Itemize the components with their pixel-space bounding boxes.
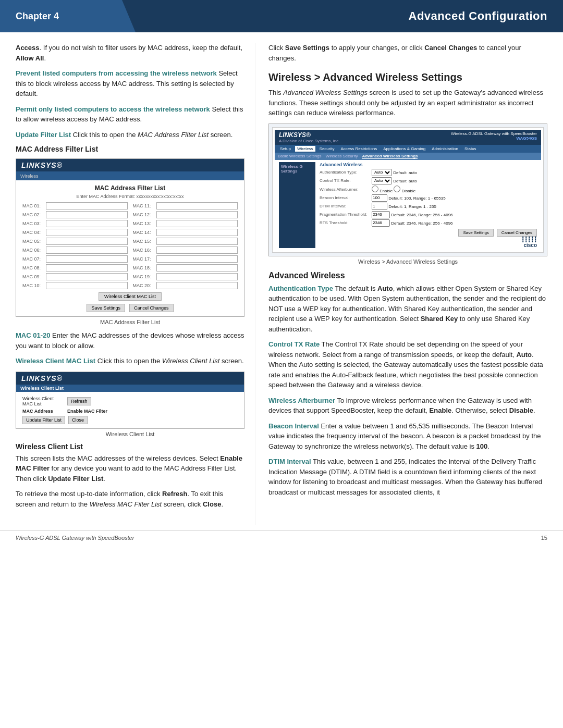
adv-nav-access[interactable]: Access Restrictions [338, 146, 379, 152]
beacon-input[interactable] [372, 194, 387, 202]
adv-ss-sidebar: Wireless-G Settings [279, 162, 315, 248]
ctrl-tx-heading: Control TX Rate [268, 340, 320, 348]
mac-row-03: MAC 03: [22, 220, 128, 227]
adv-field-beacon: Beacon Interval: Default: 100, Range: 1 … [320, 194, 537, 202]
mac-row-04: MAC 04: [22, 229, 128, 236]
mac-input-11[interactable] [156, 202, 238, 209]
mac-inner-title: MAC Address Filter List [22, 184, 238, 192]
wcl-filter-col: Enable MAC Filter [67, 409, 238, 414]
adv-nav-admin[interactable]: Administration [430, 146, 460, 152]
adv-nav-wireless[interactable]: Wireless [295, 146, 315, 152]
cisco-logo: ┇┇┇┇┇cisco [320, 237, 537, 248]
wcl-close-button[interactable]: Close [68, 416, 88, 424]
mac-input-18[interactable] [156, 264, 238, 272]
mac-input-14[interactable] [156, 229, 238, 236]
mac-row-08: MAC 08: [22, 264, 128, 272]
wcl-body: Click this to open the Wireless Client L… [97, 357, 244, 365]
wcl-caption: Wireless Client List [16, 431, 244, 437]
mac-input-15[interactable] [156, 238, 238, 245]
mac-row-09: MAC 09: [22, 273, 128, 280]
dtim-input[interactable] [372, 203, 387, 210]
mac-input-01[interactable] [46, 202, 128, 209]
update-body: Click this to open the MAC Address Filte… [73, 131, 233, 139]
afterburner-enable-radio[interactable] [372, 186, 378, 192]
mac-input-09[interactable] [46, 273, 128, 280]
mac-box-content: MAC Address Filter List Enter MAC Addres… [16, 180, 244, 316]
mac-row-10: MAC 10: [22, 282, 128, 289]
wcl-row-1: Wireless Client MAC List Refresh [22, 396, 238, 406]
adv-subnav-basic[interactable]: Basic Wireless Settings [278, 154, 322, 159]
wcl-section-para1: This screen lists the MAC addresses of t… [16, 453, 244, 484]
mac-input-20[interactable] [156, 282, 238, 289]
adv-screenshot-caption: Wireless > Advanced Wireless Settings [268, 258, 547, 265]
wa-para: Wireless Afterburner To improve wireless… [268, 396, 547, 416]
mac-row-05: MAC 05: [22, 238, 128, 245]
adv-nav-security[interactable]: Security [317, 146, 337, 152]
adv-wireless-section-heading: Wireless > Advanced Wireless Settings [268, 71, 547, 83]
adv-ss-title: Advanced Wireless [320, 162, 537, 167]
adv-screenshot: LINKSYS® A Division of Cisco Systems, In… [268, 124, 547, 256]
adv-field-frag: Fragmentation Threshold: Default: 2346, … [320, 211, 537, 218]
frag-input[interactable] [372, 211, 390, 218]
adv-field-rts: RTS Threshold: Default: 2346, Range: 256… [320, 219, 537, 227]
mac-input-02[interactable] [46, 211, 128, 218]
adv-subnav-advanced[interactable]: Advanced Wireless Settings [362, 154, 418, 159]
mac-input-08[interactable] [46, 264, 128, 272]
mac-save-button[interactable]: Save Settings [87, 304, 125, 312]
wcl-section-heading: Wireless Client List [16, 442, 244, 451]
ctrl-tx-select[interactable]: Auto [372, 177, 392, 184]
main-content: Access. If you do not wish to filter use… [0, 32, 563, 525]
mac-caption: MAC Address Filter List [16, 319, 244, 325]
ctrl-tx-para: Control TX Rate The Control TX Rate shou… [268, 339, 547, 390]
wcl-mac-col: MAC Address [22, 409, 64, 414]
wcl-refresh-button[interactable]: Refresh [67, 397, 91, 405]
wcl-content: Wireless Client MAC List Refresh MAC Add… [16, 392, 244, 428]
adv-nav-status[interactable]: Status [462, 146, 479, 152]
wcl-linksys-logo: LINKSYS® [21, 374, 63, 382]
mac-cancel-button[interactable]: Cancel Changes [129, 304, 174, 312]
mac-input-12[interactable] [156, 211, 238, 218]
mac-box-nav: Wireless [16, 171, 244, 180]
beacon-para: Beacon Interval Enter a value between 1 … [268, 421, 547, 452]
adv-save-button[interactable]: Save Settings [458, 229, 493, 237]
mac01-para: MAC 01-20 Enter the MAC addresses of the… [16, 330, 244, 351]
adv-ss-product: Wireless-G ADSL Gateway with SpeedBooste… [451, 131, 537, 143]
mac-input-13[interactable] [156, 220, 238, 227]
mac-input-05[interactable] [46, 238, 128, 245]
auth-type-heading: Authentication Type [268, 285, 333, 292]
adv-ss-subnav: Basic Wireless Settings Wireless Securit… [275, 153, 541, 160]
mac-input-17[interactable] [156, 255, 238, 263]
mac-row-11: MAC 11: [133, 202, 238, 209]
wcl-box: LINKSYS® Wireless Client List Wireless C… [16, 372, 244, 429]
mac-row-17: MAC 17: [133, 255, 238, 263]
adv-ss-logo: LINKSYS® A Division of Cisco Systems, In… [279, 131, 339, 143]
mac-row-14: MAC 14: [133, 229, 238, 236]
adv-nav-setup[interactable]: Setup [278, 146, 293, 152]
mac-input-03[interactable] [46, 220, 128, 227]
adv-field-auth: Authentication Type: Auto Default: auto [320, 169, 537, 176]
mac-box-header: LINKSYS® [16, 159, 244, 171]
afterburner-disable-radio[interactable] [394, 186, 400, 192]
chapter-label: Chapter 4 [0, 0, 136, 32]
mac-input-16[interactable] [156, 246, 238, 254]
mac-input-04[interactable] [46, 229, 128, 236]
mac-input-10[interactable] [46, 282, 128, 289]
mac-list-heading: MAC Address Filter List [16, 145, 244, 153]
mac-input-07[interactable] [46, 255, 128, 263]
mac-actions: Save Settings Cancel Changes [22, 304, 238, 312]
rts-input[interactable] [372, 219, 390, 227]
mac-input-06[interactable] [46, 246, 128, 254]
mac-row-18: MAC 18: [133, 264, 238, 272]
adv-wireless-heading: Advanced Wireless [268, 271, 547, 280]
dtim-para: DTIM Interval This value, between 1 and … [268, 456, 547, 497]
adv-subnav-security[interactable]: Wireless Security [326, 154, 358, 159]
wireless-client-mac-list-button[interactable]: Wireless Client MAC List [99, 292, 162, 301]
beacon-heading: Beacon Interval [268, 422, 319, 430]
mac-input-19[interactable] [156, 273, 238, 280]
mac-grid: MAC 01: MAC 11: MAC 02: MAC 12: MAC 03: … [22, 202, 238, 289]
auth-type-select[interactable]: Auto [372, 169, 392, 176]
wcl-update-button[interactable]: Update Filter List [22, 416, 65, 424]
adv-nav-apps[interactable]: Applications & Gaming [381, 146, 427, 152]
adv-cancel-button[interactable]: Cancel Changes [497, 229, 537, 237]
adv-ss-main: Advanced Wireless Authentication Type: A… [320, 162, 537, 248]
